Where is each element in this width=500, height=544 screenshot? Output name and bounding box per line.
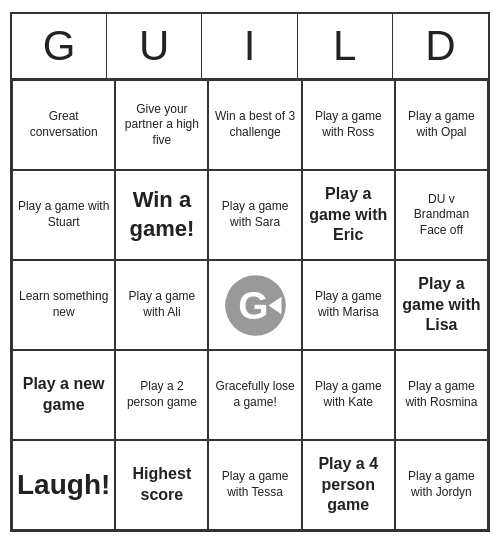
cell-16: Play a 2 person game <box>115 350 208 440</box>
header-letter-d: D <box>393 14 488 78</box>
cell-5: Play a game with Stuart <box>12 170 115 260</box>
cell-18: Play a game with Kate <box>302 350 395 440</box>
cell-17: Gracefully lose a game! <box>208 350 301 440</box>
cell-2: Win a best of 3 challenge <box>208 80 301 170</box>
cell-20: Laugh! <box>12 440 115 530</box>
cell-22: Play a game with Tessa <box>208 440 301 530</box>
header-letter-u: U <box>107 14 202 78</box>
header-letter-g: G <box>12 14 107 78</box>
cell-9: DU v Brandman Face off <box>395 170 488 260</box>
cell-23: Play a 4 person game <box>302 440 395 530</box>
cell-19: Play a game with Rosmina <box>395 350 488 440</box>
cell-10: Learn something new <box>12 260 115 350</box>
cell-0: Great conversation <box>12 80 115 170</box>
cell-24: Play a game with Jordyn <box>395 440 488 530</box>
bingo-card: GUILD Great conversationGive your partne… <box>10 12 490 532</box>
cell-12: G <box>208 260 301 350</box>
cell-8: Play a game with Eric <box>302 170 395 260</box>
header-letter-l: L <box>298 14 393 78</box>
bingo-grid: Great conversationGive your partner a hi… <box>12 80 488 530</box>
cell-6: Win a game! <box>115 170 208 260</box>
cell-13: Play a game with Marisa <box>302 260 395 350</box>
cell-14: Play a game with Lisa <box>395 260 488 350</box>
free-space-icon: G <box>223 273 288 338</box>
cell-3: Play a game with Ross <box>302 80 395 170</box>
cell-4: Play a game with Opal <box>395 80 488 170</box>
cell-21: Highest score <box>115 440 208 530</box>
cell-1: Give your partner a high five <box>115 80 208 170</box>
cell-11: Play a game with Ali <box>115 260 208 350</box>
cell-15: Play a new game <box>12 350 115 440</box>
cell-7: Play a game with Sara <box>208 170 301 260</box>
header-row: GUILD <box>12 14 488 80</box>
header-letter-i: I <box>202 14 297 78</box>
svg-text:G: G <box>238 283 268 326</box>
